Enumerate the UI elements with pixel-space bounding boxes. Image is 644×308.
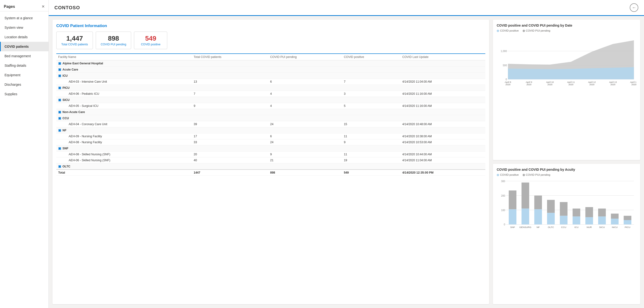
table-cell-total: 4/14/2020 12:35:00 PM: [400, 170, 486, 176]
summary-card: 549COVID positive: [134, 32, 167, 49]
date-chart-area: 05001,000April 82020April 92020April 102…: [497, 34, 636, 90]
svg-rect-51: [598, 208, 606, 216]
card-label: Total COVID patients: [61, 43, 88, 46]
sidebar-header: Pages ✕: [0, 0, 48, 12]
svg-text:OLTC: OLTC: [548, 226, 554, 228]
sidebar-item[interactable]: System at a glance: [0, 13, 48, 23]
sidebar-item[interactable]: System view: [0, 23, 48, 32]
svg-text:NF: NF: [537, 226, 540, 228]
svg-text:PICU: PICU: [625, 226, 630, 228]
table-cell: 7: [192, 91, 268, 97]
sidebar: Pages ✕ System at a glanceSystem viewLoc…: [0, 0, 49, 308]
table-header: COVID PUI pending: [268, 54, 342, 60]
date-chart-legend: COVID positiveCOVID PUI pending: [497, 29, 636, 32]
sidebar-nav: System at a glanceSystem viewLocation de…: [0, 12, 48, 101]
svg-text:2020: 2020: [526, 83, 532, 86]
svg-rect-30: [509, 190, 516, 209]
acuity-chart-card: COVID positive and COVID PUI pending by …: [493, 164, 640, 304]
table-cell: 4/14/2020 11:16:00 AM: [400, 103, 486, 109]
svg-text:2020: 2020: [610, 83, 616, 86]
table-cell: 13: [192, 79, 268, 85]
table-cell: 21: [268, 158, 342, 164]
sidebar-item[interactable]: COVID patients: [0, 42, 48, 51]
main-area: CONTOSO ← COVID Patient Information 1,44…: [49, 0, 644, 308]
table-cell: 33: [192, 140, 268, 145]
table-row: AEH-04 - Coronary Care Unit3924154/14/20…: [56, 121, 485, 127]
sidebar-title: Pages: [4, 4, 15, 9]
svg-rect-40: [547, 213, 555, 224]
table-cell-total: 1447: [192, 170, 268, 176]
back-button[interactable]: ←: [630, 3, 638, 12]
covid-table: Facility NameTotal COVID patientsCOVID P…: [56, 54, 485, 176]
svg-rect-39: [547, 200, 555, 213]
table-cell: 9: [268, 152, 342, 158]
table-cell: 4/14/2020 11:16:00 AM: [400, 91, 486, 97]
sidebar-item[interactable]: Staffing details: [0, 61, 48, 70]
table-row: AEH-06 - Skilled Nursing (SNF)4021194/14…: [56, 158, 485, 164]
table-cell: 11: [342, 152, 400, 158]
card-value: 1,447: [61, 35, 88, 42]
table-cell: 24: [268, 121, 342, 127]
date-chart-svg: 05001,000April 82020April 92020April 102…: [497, 34, 636, 89]
table-container[interactable]: Facility NameTotal COVID patientsCOVID P…: [56, 54, 485, 300]
table-cell: 4/14/2020 10:38:00 AM: [400, 134, 486, 140]
table-cell: 4: [268, 91, 342, 97]
table-cell: 6: [268, 79, 342, 85]
sidebar-item[interactable]: Equipment: [0, 70, 48, 80]
svg-text:CCU: CCU: [561, 226, 566, 228]
summary-card: 1,447Total COVID patients: [56, 32, 93, 49]
legend-item: COVID positive: [497, 173, 519, 176]
svg-text:GENSURG: GENSURG: [519, 226, 532, 228]
svg-text:April 10: April 10: [546, 81, 554, 83]
svg-text:April 11: April 11: [567, 81, 575, 83]
svg-rect-46: [572, 216, 580, 224]
table-header: COVID positive: [342, 54, 400, 60]
panel-title: COVID Patient Information: [56, 24, 485, 28]
acuity-chart-area: 0100200300SNFGENSURGNFOLTCCCUICUNURSICUN…: [497, 178, 636, 234]
table-row: AEH-06 - Pediatric ICU7434/14/2020 11:16…: [56, 91, 485, 97]
table-cell: 17: [192, 134, 268, 140]
svg-rect-55: [611, 219, 618, 224]
svg-text:1,000: 1,000: [501, 50, 507, 52]
svg-text:2020: 2020: [632, 83, 636, 86]
sidebar-close-button[interactable]: ✕: [42, 4, 45, 9]
svg-rect-43: [560, 216, 568, 225]
table-cell: 19: [342, 158, 400, 164]
svg-text:2020: 2020: [568, 83, 574, 86]
svg-text:SNF: SNF: [510, 226, 515, 228]
sidebar-item[interactable]: Supplies: [0, 89, 48, 99]
table-cell: 6: [268, 134, 342, 140]
table-cell: 7: [342, 79, 400, 85]
sidebar-item[interactable]: Location details: [0, 32, 48, 42]
acuity-chart-title: COVID positive and COVID PUI pending by …: [497, 168, 636, 172]
svg-rect-45: [572, 208, 580, 216]
table-header: COVID Last Update: [400, 54, 486, 60]
sidebar-item[interactable]: Discharges: [0, 80, 48, 89]
table-row: AEH-08 - Skilled Nursing (SNF)209114/14/…: [56, 152, 485, 158]
table-row-subgroup: ▣Non-Acute Care: [56, 109, 485, 115]
svg-rect-49: [585, 217, 593, 224]
svg-text:500: 500: [503, 64, 507, 67]
table-cell: 24: [268, 140, 342, 145]
table-cell: 3: [342, 91, 400, 97]
svg-text:April 9: April 9: [526, 81, 532, 83]
table-cell: 15: [342, 121, 400, 127]
sidebar-item[interactable]: Bed management: [0, 51, 48, 61]
table-cell: AEH-08 - Nursing Facility: [56, 140, 192, 145]
table-cell: 20: [192, 152, 268, 158]
left-panel: COVID Patient Information 1,447Total COV…: [52, 20, 489, 304]
table-row: AEH-08 - Nursing Facility332494/14/2020 …: [56, 140, 485, 145]
svg-rect-33: [522, 182, 529, 209]
table-header: Total COVID patients: [192, 54, 268, 60]
svg-text:April 8: April 8: [505, 81, 511, 83]
svg-rect-34: [522, 208, 529, 224]
table-row-subsubgroup: ▣NF: [56, 127, 485, 134]
svg-rect-42: [560, 202, 568, 216]
table-row: AEH-03 - Intensive Care Unit13674/14/202…: [56, 79, 485, 85]
card-label: COVID PUI pending: [101, 43, 126, 46]
table-cell: AEH-08 - Skilled Nursing (SNF): [56, 152, 192, 158]
svg-text:2020: 2020: [506, 83, 510, 86]
table-cell: AEH-05 - Surgical ICU: [56, 103, 192, 109]
table-cell: 9: [342, 140, 400, 145]
card-value: 898: [101, 35, 126, 42]
